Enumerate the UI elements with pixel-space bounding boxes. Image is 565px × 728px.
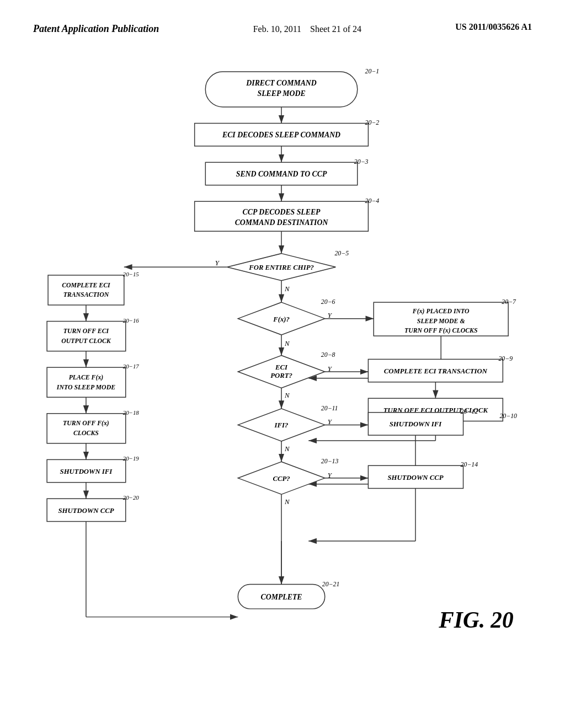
svg-text:CCP DECODES SLEEP: CCP DECODES SLEEP	[243, 207, 321, 216]
svg-text:20−13: 20−13	[321, 457, 339, 465]
svg-text:TURN OFF F(x): TURN OFF F(x)	[63, 419, 109, 427]
svg-rect-26	[48, 275, 124, 305]
node-20-7: F(x) PLACED INTO SLEEP MODE & TURN OFF F…	[374, 298, 516, 336]
svg-text:COMPLETE: COMPLETE	[261, 593, 302, 601]
svg-text:20−16: 20−16	[123, 317, 139, 323]
node-20-1: DIRECT COMMAND SLEEP MODE 20−1	[205, 67, 379, 107]
svg-text:20−9: 20−9	[498, 355, 513, 362]
svg-text:20−5: 20−5	[334, 249, 349, 256]
svg-text:20−19: 20−19	[123, 455, 139, 462]
node-20-2: ECI DECODES SLEEP COMMAND 20−2	[195, 119, 380, 146]
svg-text:N: N	[284, 285, 290, 293]
svg-text:COMPLETE ECI: COMPLETE ECI	[62, 281, 110, 288]
svg-text:COMMAND DESTINATION: COMMAND DESTINATION	[235, 218, 329, 227]
page-header: Patent Application Publication Feb. 10, …	[0, 0, 565, 36]
svg-text:FOR ENTIRE CHIP?: FOR ENTIRE CHIP?	[248, 264, 314, 271]
node-20-21: COMPLETE 20−21	[238, 580, 339, 608]
flowchart-svg: DIRECT COMMAND SLEEP MODE 20−1 ECI DECOD…	[0, 42, 565, 704]
svg-text:SHUTDOWN IFI: SHUTDOWN IFI	[390, 420, 443, 428]
node-20-14: SHUTDOWN CCP 20−14	[368, 461, 478, 488]
diagram-area: DIRECT COMMAND SLEEP MODE 20−1 ECI DECOD…	[0, 42, 565, 704]
svg-text:TRANSACTION: TRANSACTION	[63, 291, 109, 298]
svg-text:20−11: 20−11	[321, 404, 338, 411]
node-20-15: COMPLETE ECI TRANSACTION 20−15	[48, 271, 139, 305]
svg-text:DIRECT COMMAND: DIRECT COMMAND	[246, 78, 316, 87]
publication-label: Patent Application Publication	[33, 22, 159, 36]
svg-text:ECI DECODES SLEEP COMMAND: ECI DECODES SLEEP COMMAND	[222, 131, 340, 139]
node-20-20: SHUTDOWN CCP 20−20	[47, 494, 139, 521]
svg-rect-36	[47, 367, 126, 397]
svg-text:PORT?: PORT?	[270, 371, 292, 379]
svg-text:PLACE F(x): PLACE F(x)	[69, 373, 104, 381]
node-20-19: SHUTDOWN IFI 20−19	[47, 455, 139, 482]
node-20-17: PLACE F(x) INTO SLEEP MODE 20−17	[47, 363, 139, 397]
svg-text:FIG. 20: FIG. 20	[438, 607, 513, 633]
svg-rect-41	[47, 413, 126, 443]
node-20-18: TURN OFF F(x) CLOCKS 20−18	[47, 409, 139, 443]
node-20-6: F(x)? 20−6	[238, 298, 335, 335]
svg-text:TURN OFF F(x) CLOCKS: TURN OFF F(x) CLOCKS	[404, 326, 478, 334]
svg-text:20−3: 20−3	[354, 158, 369, 165]
svg-text:SEND COMMAND TO CCP: SEND COMMAND TO CCP	[236, 170, 327, 178]
svg-text:COMPLETE ECI TRANSACTION: COMPLETE ECI TRANSACTION	[384, 367, 488, 375]
svg-text:IFI?: IFI?	[274, 421, 289, 429]
svg-text:20−10: 20−10	[499, 411, 517, 419]
svg-text:CLOCKS: CLOCKS	[73, 429, 99, 437]
svg-text:N: N	[284, 445, 290, 452]
node-20-13: CCP? 20−13	[238, 457, 338, 494]
node-20-8: ECI PORT? 20−8	[238, 351, 335, 388]
svg-rect-31	[47, 321, 126, 351]
svg-text:20−21: 20−21	[322, 580, 340, 587]
sheet-info: Sheet 21 of 24	[310, 24, 361, 34]
node-20-5: FOR ENTIRE CHIP? 20−5	[227, 249, 349, 280]
node-20-11: IFI? 20−11	[238, 404, 338, 441]
page: Patent Application Publication Feb. 10, …	[0, 0, 565, 728]
svg-text:TURN OFF ECI: TURN OFF ECI	[63, 327, 109, 335]
svg-text:SHUTDOWN CCP: SHUTDOWN CCP	[58, 506, 114, 514]
publication-date: Feb. 10, 2011	[253, 24, 301, 34]
svg-text:F(x) PLACED INTO: F(x) PLACED INTO	[412, 307, 470, 314]
svg-text:SHUTDOWN CCP: SHUTDOWN CCP	[387, 473, 443, 481]
svg-text:SLEEP MODE: SLEEP MODE	[257, 89, 305, 98]
svg-text:20−12: 20−12	[461, 407, 478, 415]
node-20-9: COMPLETE ECI TRANSACTION 20−9	[368, 355, 513, 382]
svg-text:20−4: 20−4	[365, 197, 380, 205]
svg-text:20−14: 20−14	[461, 461, 478, 468]
svg-text:OUTPUT CLOCK: OUTPUT CLOCK	[61, 336, 111, 344]
svg-text:20−15: 20−15	[123, 271, 139, 277]
svg-text:Y: Y	[328, 311, 333, 319]
svg-text:20−17: 20−17	[123, 363, 139, 370]
svg-text:SHUTDOWN IFI: SHUTDOWN IFI	[60, 468, 113, 475]
svg-text:20−7: 20−7	[502, 298, 516, 306]
svg-text:N: N	[284, 498, 290, 506]
svg-text:INTO SLEEP MODE: INTO SLEEP MODE	[56, 383, 115, 390]
node-20-4: CCP DECODES SLEEP COMMAND DESTINATION 20…	[195, 197, 380, 231]
svg-text:ECI: ECI	[275, 363, 288, 371]
svg-text:20−8: 20−8	[321, 351, 335, 358]
svg-text:20−2: 20−2	[365, 119, 380, 126]
svg-text:20−1: 20−1	[365, 67, 380, 75]
svg-text:CCP?: CCP?	[273, 474, 290, 482]
svg-text:20−20: 20−20	[123, 494, 139, 501]
svg-text:20−18: 20−18	[123, 409, 139, 415]
node-20-3: SEND COMMAND TO CCP 20−3	[205, 158, 368, 185]
svg-text:SLEEP MODE   &: SLEEP MODE &	[417, 317, 466, 324]
svg-text:N: N	[284, 392, 290, 399]
header-center: Feb. 10, 2011 Sheet 21 of 24	[253, 22, 361, 36]
patent-number: US 2011/0035626 A1	[455, 22, 532, 32]
svg-text:20−6: 20−6	[321, 298, 335, 306]
node-20-16: TURN OFF ECI OUTPUT CLOCK 20−16	[47, 317, 139, 351]
svg-text:F(x)?: F(x)?	[273, 315, 290, 323]
svg-text:Y: Y	[215, 259, 220, 267]
svg-text:N: N	[284, 339, 290, 347]
